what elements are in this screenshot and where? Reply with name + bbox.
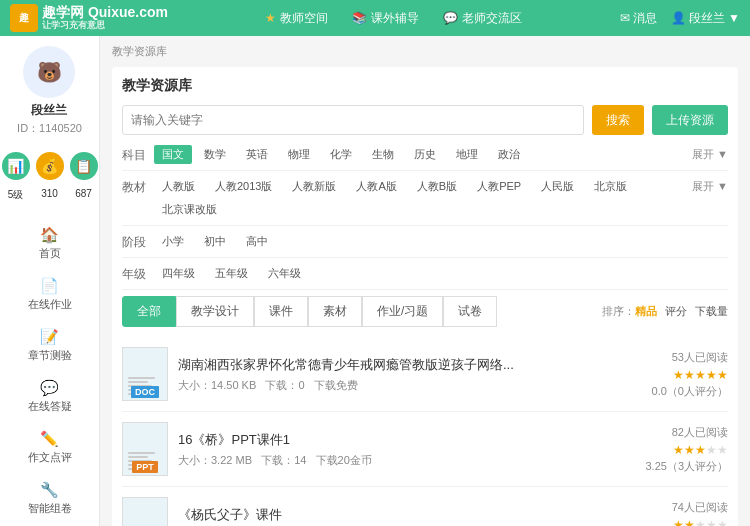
nav-item-teacher-space[interactable]: ★ 教师空间 — [265, 10, 328, 27]
tab-material[interactable]: 素材 — [308, 296, 362, 327]
resource-stats-3: 74人已阅读 ★★★★★ 2.5（2人评分） — [638, 500, 728, 527]
resource-downloads: 下载：0 — [265, 379, 304, 391]
filter-tag-renjiao2013[interactable]: 人教2013版 — [207, 177, 280, 196]
filter-expand-subject[interactable]: 展开 ▼ — [692, 145, 728, 162]
thumb-line — [128, 377, 155, 379]
filter-row-grade: 年级 四年级 五年级 六年级 — [122, 264, 728, 290]
thumb-line — [128, 456, 148, 458]
resource-title[interactable]: 16《桥》PPT课件1 — [178, 431, 628, 449]
filter-tag-primary[interactable]: 小学 — [154, 232, 192, 251]
nav-item-tutoring[interactable]: 📚 课外辅导 — [352, 10, 419, 27]
header-nav: ★ 教师空间 📚 课外辅导 💬 老师交流区 — [188, 10, 600, 27]
filter-tag-physics[interactable]: 物理 — [280, 145, 318, 164]
filter-row-textbook: 教材 人教版 人教2013版 人教新版 人教A版 人教B版 人教PEP 人民版 … — [122, 177, 728, 226]
search-input[interactable] — [122, 105, 584, 135]
search-button[interactable]: 搜索 — [592, 105, 644, 135]
filter-tag-beijing[interactable]: 北京版 — [586, 177, 635, 196]
tab-all[interactable]: 全部 — [122, 296, 176, 327]
tab-teaching-design[interactable]: 教学设计 — [176, 296, 254, 327]
tab-courseware[interactable]: 课件 — [254, 296, 308, 327]
filter-tags-grade: 四年级 五年级 六年级 — [154, 264, 728, 283]
resource-thumb-3: PPT — [122, 497, 168, 526]
panel-title: 教学资源库 — [122, 77, 728, 95]
resource-stats-2: 82人已阅读 ★★★★★ 3.25（3人评分） — [638, 425, 728, 474]
logo-main-text: 趣学网 Quixue.com — [42, 5, 168, 20]
resource-thumb-2: PPT — [122, 422, 168, 476]
filter-tags-stage: 小学 初中 高中 — [154, 232, 728, 251]
sidebar-item-label: 作文点评 — [28, 450, 72, 465]
tab-homework[interactable]: 作业/习题 — [362, 296, 443, 327]
main-content: 教学资源库 教学资源库 搜索 上传资源 科目 国文 数学 英语 物理 化学 生物 — [100, 36, 750, 526]
filter-tag-chemistry[interactable]: 化学 — [322, 145, 360, 164]
stat-points: 📋 — [70, 152, 98, 180]
user-id: ID：1140520 — [17, 121, 82, 136]
stat-level: 📊 — [2, 152, 30, 180]
filter-row-subject: 科目 国文 数学 英语 物理 化学 生物 历史 地理 政治 展开 ▼ — [122, 145, 728, 171]
filter-tag-renjiaoxin[interactable]: 人教新版 — [284, 177, 344, 196]
stats-row: 📊 💰 📋 — [2, 152, 98, 180]
tab-exam[interactable]: 试卷 — [443, 296, 497, 327]
thumb-line — [128, 381, 148, 383]
sidebar-item-chapter-quiz[interactable]: 📝 章节测验 — [0, 320, 99, 371]
filter-tag-biology[interactable]: 生物 — [364, 145, 402, 164]
filter-label-grade: 年级 — [122, 264, 154, 283]
stat-labels: 5级 310 687 — [2, 188, 98, 202]
upload-button[interactable]: 上传资源 — [652, 105, 728, 135]
stars-empty: ★★ — [706, 443, 728, 457]
resource-title[interactable]: 《杨氏父子》课件 — [178, 506, 628, 524]
stars-empty: ★★★ — [695, 518, 728, 527]
filter-tag-wenwen[interactable]: 国文 — [154, 145, 192, 164]
rating-text: 0.0（0人评分） — [638, 384, 728, 399]
filter-tag-renjiaoB[interactable]: 人教B版 — [409, 177, 465, 196]
sort-rating[interactable]: 评分 — [665, 304, 687, 319]
stars-filled: ★★ — [673, 518, 695, 527]
stat-label-level: 5级 — [2, 188, 30, 202]
filter-tag-grade5[interactable]: 五年级 — [207, 264, 256, 283]
sort-downloads[interactable]: 下载量 — [695, 304, 728, 319]
sidebar-item-essay[interactable]: ✏️ 作文点评 — [0, 422, 99, 473]
filter-tag-renjiaoA[interactable]: 人教A版 — [348, 177, 404, 196]
resource-size: 大小：14.50 KB — [178, 379, 256, 391]
filter-tag-history[interactable]: 历史 — [406, 145, 444, 164]
logo: 趣 趣学网 Quixue.com 让学习充有意思 — [10, 4, 168, 32]
filter-tag-politics[interactable]: 政治 — [490, 145, 528, 164]
filter-tag-english[interactable]: 英语 — [238, 145, 276, 164]
sidebar-item-home[interactable]: 🏠 首页 — [0, 218, 99, 269]
resource-type-badge: DOC — [131, 386, 159, 398]
stat-coins: 💰 — [36, 152, 64, 180]
filter-tag-middle[interactable]: 初中 — [196, 232, 234, 251]
sort-quality[interactable]: 精品 — [635, 304, 657, 319]
filter-tag-high[interactable]: 高中 — [238, 232, 276, 251]
user-menu-button[interactable]: 👤 段丝兰 ▼ — [671, 10, 740, 27]
nav-item-teacher-exchange[interactable]: 💬 老师交流区 — [443, 10, 522, 27]
sidebar-menu: 🏠 首页 📄 在线作业 📝 章节测验 💬 在线答疑 ✏️ 作文点评 🔧 智 — [0, 218, 99, 526]
sort-label: 排序： — [602, 304, 635, 319]
sidebar: 🐻 段丝兰 ID：1140520 📊 💰 📋 5级 310 687 🏠 首页 📄… — [0, 36, 100, 526]
filter-tag-grade6[interactable]: 六年级 — [260, 264, 309, 283]
resource-item: DOC 湖南湘西张家界怀化常德青少年戒网瘾管教版逆孩子网络... 大小：14.5… — [122, 337, 728, 412]
resource-title[interactable]: 湖南湘西张家界怀化常德青少年戒网瘾管教版逆孩子网络... — [178, 356, 628, 374]
filter-expand-textbook[interactable]: 展开 ▼ — [692, 177, 728, 194]
filter-tag-geography[interactable]: 地理 — [448, 145, 486, 164]
messages-button[interactable]: ✉ 消息 — [620, 10, 657, 27]
stars-container: ★★★★★ — [638, 443, 728, 457]
resource-list: DOC 湖南湘西张家界怀化常德青少年戒网瘾管教版逆孩子网络... 大小：14.5… — [122, 337, 728, 526]
filter-tag-renmin[interactable]: 人民版 — [533, 177, 582, 196]
filter-tag-math[interactable]: 数学 — [196, 145, 234, 164]
quiz-icon: 📝 — [40, 328, 59, 346]
stat-label-points: 687 — [70, 188, 98, 202]
filter-tag-renjiao[interactable]: 人教版 — [154, 177, 203, 196]
sidebar-item-homework[interactable]: 📄 在线作业 — [0, 269, 99, 320]
stars-filled: ★★★ — [673, 443, 706, 457]
resource-item: PPT 《杨氏父子》课件 大小：803.0 KB 下载：4 下载20金币 — [122, 487, 728, 526]
filter-tag-beijingk[interactable]: 北京课改版 — [154, 200, 225, 219]
filter-tag-grade4[interactable]: 四年级 — [154, 264, 203, 283]
resource-download-cost: 下载20金币 — [316, 454, 372, 466]
breadcrumb: 教学资源库 — [112, 44, 738, 59]
filter-label-subject: 科目 — [122, 145, 154, 164]
sidebar-item-smart-paper[interactable]: 🔧 智能组卷 — [0, 473, 99, 524]
mail-icon: ✉ — [620, 11, 630, 25]
essay-icon: ✏️ — [40, 430, 59, 448]
filter-tag-renjiaoP[interactable]: 人教PEP — [469, 177, 529, 196]
sidebar-item-qa[interactable]: 💬 在线答疑 — [0, 371, 99, 422]
